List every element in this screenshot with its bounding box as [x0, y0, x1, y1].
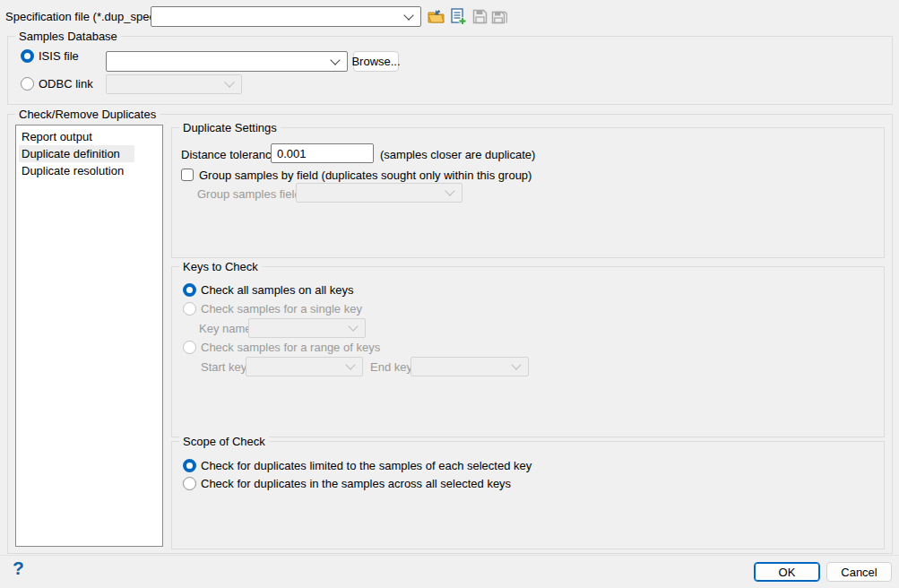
ok-button[interactable]: OK [754, 562, 820, 582]
ok-button-label: OK [779, 566, 796, 579]
duplicate-spec-dialog: Specification file (*.dup_spec) [0, 0, 899, 588]
isis-file-label[interactable]: ISIS file [39, 49, 79, 63]
browse-button-label: Browse... [351, 55, 400, 68]
chevron-down-icon [330, 55, 340, 65]
check-all-keys-radio[interactable] [183, 283, 196, 297]
chevron-down-icon [345, 359, 355, 369]
distance-tolerance-input[interactable] [271, 143, 374, 163]
start-key-label: Start key [201, 360, 246, 374]
scope-of-check-title: Scope of Check [179, 435, 269, 448]
keys-to-check-title: Keys to Check [179, 260, 262, 273]
distance-tolerance-hint: (samples closer are duplicate) [380, 148, 535, 161]
end-key-label: End key [370, 360, 412, 374]
keys-to-check-group: Keys to Check Check all samples on all k… [171, 266, 885, 437]
key-name-combo [248, 318, 366, 338]
check-remove-duplicates-title: Check/Remove Duplicates [15, 108, 160, 121]
scope-across-label[interactable]: Check for duplicates in the samples acro… [201, 477, 511, 490]
odbc-link-radio[interactable] [21, 77, 34, 91]
isis-file-combo[interactable] [106, 51, 348, 72]
footer-divider [0, 555, 899, 556]
end-key-combo [411, 357, 529, 376]
cancel-button-label: Cancel [841, 566, 877, 579]
new-spec-icon[interactable] [449, 7, 467, 25]
chevron-down-icon [403, 10, 413, 20]
group-samples-field-label: Group samples field [197, 187, 301, 201]
chevron-down-icon [224, 77, 234, 87]
check-single-key-label: Check samples for a single key [201, 302, 362, 316]
start-key-combo [246, 357, 363, 376]
scope-limited-radio[interactable] [183, 459, 196, 472]
spec-file-combo[interactable] [151, 6, 421, 27]
group-samples-checkbox[interactable] [181, 169, 194, 181]
duplicate-settings-title: Duplicate Settings [179, 121, 281, 134]
group-samples-field-combo [296, 183, 462, 203]
chevron-down-icon [445, 186, 454, 195]
duplicate-settings-group: Duplicate Settings Distance tolerance (s… [171, 127, 885, 258]
check-range-keys-radio [183, 341, 196, 354]
odbc-link-combo [106, 74, 242, 94]
list-item-duplicate-resolution[interactable]: Duplicate resolution [16, 162, 162, 179]
group-samples-checkbox-label[interactable]: Group samples by field (duplicates sough… [199, 169, 532, 182]
scope-limited-label[interactable]: Check for duplicates limited to the samp… [201, 459, 532, 472]
check-range-keys-label: Check samples for a range of keys [201, 341, 380, 354]
browse-button[interactable]: Browse... [353, 51, 399, 72]
help-icon[interactable]: ? [13, 558, 24, 579]
check-remove-duplicates-group: Check/Remove Duplicates Report output Du… [7, 114, 893, 554]
check-all-keys-label[interactable]: Check all samples on all keys [201, 283, 354, 297]
chevron-down-icon [511, 359, 521, 369]
chevron-down-icon [348, 321, 358, 331]
save-as-icon [490, 7, 508, 25]
check-single-key-radio [183, 302, 196, 316]
list-item-report-output[interactable]: Report output [16, 128, 162, 145]
scope-across-radio[interactable] [183, 477, 196, 490]
isis-file-radio[interactable] [21, 49, 34, 63]
samples-database-group: Samples Database ISIS file Browse... ODB… [7, 36, 893, 105]
spec-file-label: Specification file (*.dup_spec) [5, 10, 159, 23]
duplicates-page-list: Report output Duplicate definition Dupli… [15, 125, 163, 547]
save-icon [471, 7, 488, 25]
odbc-link-label[interactable]: ODBC link [39, 77, 93, 91]
samples-database-title: Samples Database [15, 30, 121, 43]
cancel-button[interactable]: Cancel [826, 562, 892, 582]
distance-tolerance-label: Distance tolerance [181, 148, 278, 161]
scope-of-check-group: Scope of Check Check for duplicates limi… [171, 441, 885, 549]
open-folder-icon[interactable] [427, 7, 445, 25]
list-item-duplicate-definition[interactable]: Duplicate definition [16, 145, 162, 162]
key-name-label: Key name [199, 322, 252, 335]
